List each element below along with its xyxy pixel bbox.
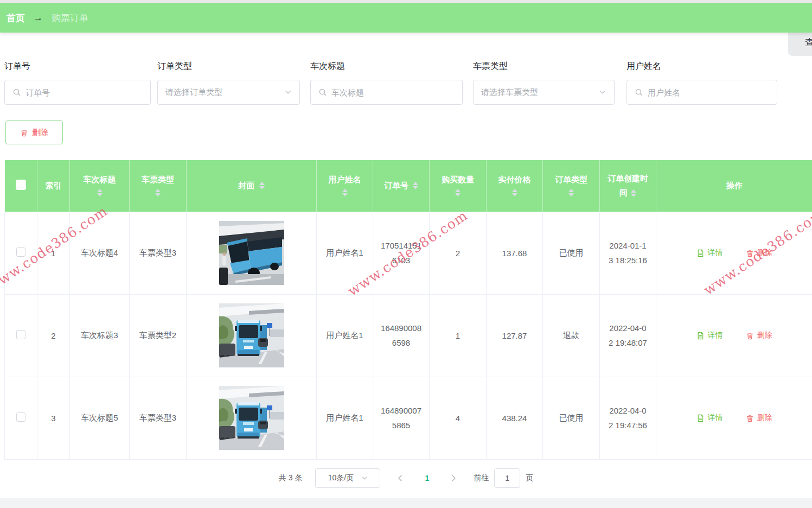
chevron-right-icon (450, 474, 457, 482)
orders-table: 索引 车次标题 车票类型 封面 用户姓名 订单号 (4, 160, 812, 460)
header-select-all (5, 160, 37, 212)
filter-group-order-no: 订单号 (4, 61, 151, 105)
cover-image-bus-road[interactable] (219, 386, 284, 450)
breadcrumb: 首页 → 购票订单 (0, 3, 812, 33)
cell-ticket-type: 车票类型3 (130, 377, 187, 459)
cell-order-type: 已使用 (543, 212, 600, 294)
cell-select (5, 377, 37, 459)
ticket-type-placeholder: 请选择车票类型 (481, 87, 599, 98)
cell-cover (187, 377, 317, 459)
filter-label-ticket-type: 车票类型 (473, 61, 615, 72)
cell-price: 137.68 (487, 212, 543, 294)
filter-group-ticket-type: 车票类型 请选择车票类型 (473, 61, 615, 105)
page-number-1[interactable]: 1 (420, 474, 433, 482)
cell-created: 2024-01-13 18:25:16 (600, 212, 656, 294)
prev-page-button[interactable] (393, 474, 407, 482)
order-no-input[interactable] (4, 80, 151, 105)
cell-order-no: 1648900086598 (373, 294, 430, 377)
order-type-select[interactable]: 请选择订单类型 (157, 80, 300, 105)
delete-button[interactable]: 删除 (746, 248, 772, 258)
next-page-button[interactable] (446, 474, 461, 482)
batch-delete-label: 删除 (32, 128, 48, 138)
header-index: 索引 (37, 160, 70, 212)
cell-username: 用户姓名1 (317, 212, 373, 294)
cell-ticket-type: 车票类型2 (130, 294, 187, 377)
header-order-no: 订单号 (373, 160, 430, 212)
cell-created: 2022-04-02 19:47:56 (600, 377, 656, 459)
train-title-input[interactable] (310, 80, 463, 105)
ticket-orders-page: 首页 → 购票订单 订单号 订单类型 请选择订单类型 车次标题 (0, 0, 812, 508)
username-field[interactable] (648, 88, 769, 97)
page-size-select[interactable]: 10条/页 (315, 468, 380, 488)
trash-icon (20, 129, 28, 137)
filter-label-username: 用户姓名 (626, 61, 777, 72)
header-username: 用户姓名 (317, 160, 373, 212)
chevron-down-icon (284, 88, 292, 96)
cell-ticket-type: 车票类型3 (130, 212, 187, 294)
detail-button[interactable]: 详情 (696, 413, 723, 423)
sort-icon[interactable] (455, 189, 461, 196)
table-row: 2 车次标题3 车票类型2 (5, 294, 812, 377)
chevron-down-icon (361, 475, 368, 481)
document-icon (696, 414, 705, 422)
breadcrumb-current: 购票订单 (52, 12, 88, 24)
header-actions: 操作 (656, 160, 812, 212)
cell-order-type: 退款 (543, 294, 600, 377)
batch-delete-button[interactable]: 删除 (5, 120, 63, 144)
search-button[interactable]: 查询 (788, 29, 812, 56)
sort-icon[interactable] (342, 189, 348, 196)
row-checkbox[interactable] (16, 330, 25, 339)
goto-page-input[interactable] (494, 468, 520, 488)
sort-icon[interactable] (568, 189, 574, 196)
row-checkbox[interactable] (16, 247, 25, 257)
sort-icon[interactable] (631, 189, 636, 197)
ticket-type-select[interactable]: 请选择车票类型 (473, 80, 615, 105)
detail-button[interactable]: 详情 (696, 331, 723, 340)
cell-price: 438.24 (487, 377, 543, 459)
header-created: 订单创建时间 (600, 160, 656, 212)
delete-button[interactable]: 删除 (746, 413, 772, 423)
header-ticket-type: 车票类型 (130, 160, 187, 212)
row-checkbox[interactable] (16, 412, 25, 422)
sort-icon[interactable] (259, 182, 265, 189)
delete-button[interactable]: 删除 (746, 331, 772, 340)
table-header-row: 索引 车次标题 车票类型 封面 用户姓名 订单号 (5, 160, 812, 212)
breadcrumb-home-link[interactable]: 首页 (7, 12, 25, 24)
train-title-field[interactable] (331, 88, 455, 97)
cell-actions: 详情 删除 (656, 377, 812, 459)
cover-image-bus-terminal[interactable] (219, 221, 284, 285)
cell-order-no: 1705141516103 (373, 212, 430, 294)
search-icon (12, 88, 21, 97)
cover-image-bus-road[interactable] (219, 303, 284, 367)
cell-username: 用户姓名1 (317, 377, 373, 459)
filter-label-train-title: 车次标题 (310, 61, 463, 72)
filter-label-order-type: 订单类型 (157, 61, 300, 72)
username-input[interactable] (626, 80, 777, 105)
search-icon (318, 88, 327, 97)
goto-page-group: 前往 页 (474, 468, 533, 488)
order-no-field[interactable] (25, 88, 143, 97)
sort-icon[interactable] (97, 189, 103, 196)
chevron-down-icon (599, 88, 606, 96)
filter-group-username: 用户姓名 (626, 61, 777, 105)
table-row: 1 车次标题4 车票类型3 (5, 212, 812, 294)
cell-price: 127.87 (487, 294, 543, 377)
select-all-checkbox[interactable] (16, 180, 26, 190)
trash-icon (746, 414, 754, 422)
filter-group-train-title: 车次标题 (310, 61, 463, 105)
cell-index: 3 (37, 377, 70, 459)
page-size-value: 10条/页 (328, 473, 354, 483)
cell-train-title: 车次标题5 (70, 377, 130, 459)
header-price: 实付价格 (487, 160, 543, 212)
trash-icon (746, 332, 754, 340)
cell-select (5, 212, 37, 294)
sort-icon[interactable] (155, 189, 161, 196)
sort-icon[interactable] (413, 182, 418, 189)
cell-created: 2022-04-02 19:48:07 (600, 294, 656, 377)
header-quantity: 购买数量 (430, 160, 487, 212)
cell-cover (187, 294, 317, 377)
detail-button[interactable]: 详情 (696, 248, 723, 258)
sort-icon[interactable] (512, 189, 517, 196)
document-icon (696, 249, 705, 257)
cell-select (5, 294, 37, 377)
